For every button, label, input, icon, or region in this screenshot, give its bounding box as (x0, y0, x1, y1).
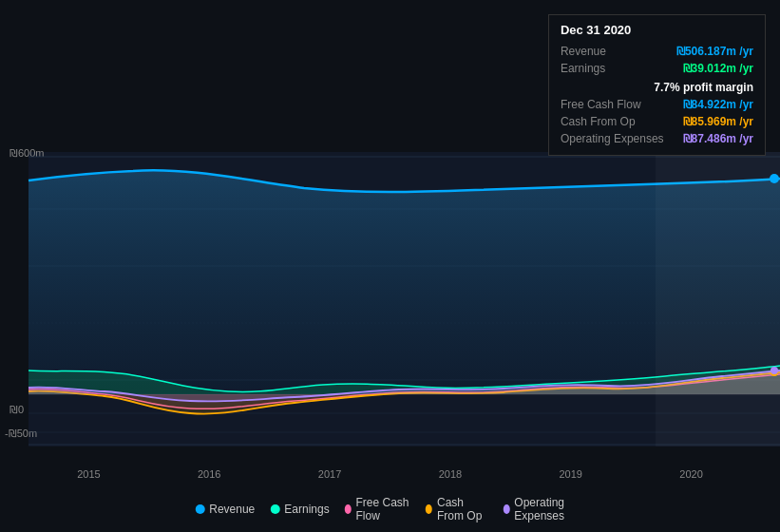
legend-dot-cashfromop (426, 504, 432, 514)
svg-rect-9 (656, 152, 780, 446)
tooltip-value-revenue: ₪506.187m /yr (676, 45, 753, 58)
legend-item-revenue[interactable]: Revenue (195, 503, 255, 516)
tooltip-label-fcf: Free Cash Flow (561, 98, 641, 111)
tooltip-label-opex: Operating Expenses (561, 132, 664, 145)
legend-item-fcf[interactable]: Free Cash Flow (345, 496, 411, 522)
tooltip-box: Dec 31 2020 Revenue ₪506.187m /yr Earnin… (548, 14, 766, 156)
tooltip-label-revenue: Revenue (561, 45, 606, 58)
tooltip-value-opex: ₪87.486m /yr (683, 132, 753, 145)
x-label-2020: 2020 (679, 468, 702, 480)
x-label-2018: 2018 (439, 468, 462, 480)
tooltip-label-cashfromop: Cash From Op (561, 115, 636, 128)
tooltip-value-earnings: ₪39.012m /yr (683, 62, 753, 75)
legend-label-earnings: Earnings (284, 503, 329, 516)
tooltip-profit-margin: 7.7% profit margin (654, 80, 753, 95)
legend-label-fcf: Free Cash Flow (355, 496, 410, 522)
tooltip-row-revenue: Revenue ₪506.187m /yr (561, 43, 753, 60)
svg-point-12 (770, 367, 778, 374)
legend-dot-fcf (345, 504, 352, 514)
x-label-2017: 2017 (318, 468, 341, 480)
x-label-2015: 2015 (77, 468, 100, 480)
legend-item-earnings[interactable]: Earnings (270, 503, 329, 516)
tooltip-row-opex: Operating Expenses ₪87.486m /yr (561, 130, 753, 147)
svg-point-10 (770, 174, 779, 183)
x-label-2019: 2019 (559, 468, 581, 480)
tooltip-value-cashfromop: ₪85.969m /yr (683, 115, 753, 128)
chart-container: ₪600m ₪0 -₪50m (0, 0, 780, 532)
main-chart (0, 152, 780, 446)
tooltip-row-cashfromop: Cash From Op ₪85.969m /yr (561, 113, 753, 130)
legend-dot-opex (503, 504, 509, 514)
legend-label-revenue: Revenue (209, 503, 255, 516)
tooltip-title: Dec 31 2020 (561, 23, 753, 37)
legend-item-opex[interactable]: Operating Expenses (503, 496, 584, 522)
tooltip-row-fcf: Free Cash Flow ₪84.922m /yr (561, 96, 753, 113)
tooltip-label-earnings: Earnings (561, 62, 605, 75)
tooltip-value-fcf: ₪84.922m /yr (683, 98, 753, 111)
chart-legend: Revenue Earnings Free Cash Flow Cash Fro… (195, 496, 585, 522)
legend-label-opex: Operating Expenses (514, 496, 584, 522)
legend-dot-earnings (270, 504, 279, 514)
legend-label-cashfromop: Cash From Op (437, 496, 488, 522)
x-axis-labels: 2015 2016 2017 2018 2019 2020 (0, 468, 780, 480)
tooltip-row-earnings: Earnings ₪39.012m /yr (561, 60, 753, 77)
legend-dot-revenue (195, 504, 204, 514)
x-label-2016: 2016 (198, 468, 220, 480)
legend-item-cashfromop[interactable]: Cash From Op (426, 496, 487, 522)
